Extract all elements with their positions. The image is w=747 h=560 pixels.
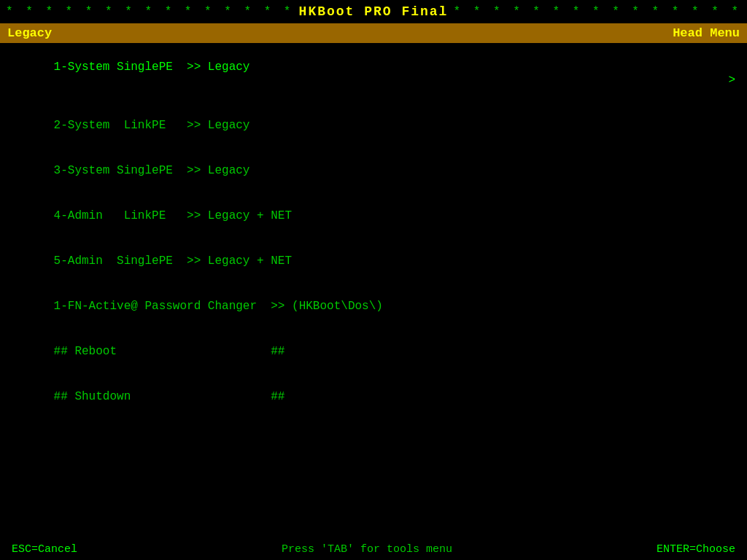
menu-item-shutdown[interactable]: ## Shutdown ##	[0, 374, 747, 419]
menu-item-shutdown-text: ## Shutdown ##	[54, 390, 285, 403]
menu-item-1-arrow: >	[728, 74, 735, 87]
menu-item-1[interactable]: 1-System SinglePE >> Legacy >	[0, 44, 747, 103]
stars-left: * * * * * * * * * * * * * * *	[6, 5, 293, 18]
menu-item-6-text: 1-FN-Active@ Password Changer >> (HKBoot…	[54, 300, 383, 313]
menu-item-3-text: 3-System SinglePE >> Legacy	[54, 164, 250, 177]
app-title: HKBoot PRO Final	[299, 4, 449, 19]
menu-item-6[interactable]: 1-FN-Active@ Password Changer >> (HKBoot…	[0, 284, 747, 329]
menu-item-reboot[interactable]: ## Reboot ##	[0, 329, 747, 374]
menu-item-4-text: 4-Admin LinkPE >> Legacy + NET	[54, 209, 292, 222]
menu-section: 1-System SinglePE >> Legacy > 2-System L…	[0, 43, 747, 421]
screen: * * * * * * * * * * * * * * * HKBoot PRO…	[0, 0, 747, 560]
stars-right: * * * * * * * * * * * * * * *	[454, 5, 741, 18]
menu-item-reboot-text: ## Reboot ##	[54, 345, 285, 358]
esc-cancel-label: ESC=Cancel	[12, 543, 77, 556]
menu-item-3[interactable]: 3-System SinglePE >> Legacy	[0, 148, 747, 193]
legacy-label: Legacy	[7, 26, 52, 40]
menu-item-2[interactable]: 2-System LinkPE >> Legacy	[0, 103, 747, 148]
menu-item-1-text: 1-System SinglePE >> Legacy	[54, 61, 250, 74]
press-tab-label: Press 'TAB' for tools menu	[282, 543, 452, 556]
menu-item-5-text: 5-Admin SinglePE >> Legacy + NET	[54, 254, 292, 268]
bottom-bar: ESC=Cancel Press 'TAB' for tools menu EN…	[0, 539, 747, 560]
legacy-bar: Legacy Head Menu	[0, 23, 747, 43]
menu-item-2-text: 2-System LinkPE >> Legacy	[54, 119, 250, 132]
head-menu-label: Head Menu	[673, 26, 740, 40]
menu-item-4[interactable]: 4-Admin LinkPE >> Legacy + NET	[0, 193, 747, 238]
menu-item-5[interactable]: 5-Admin SinglePE >> Legacy + NET	[0, 238, 747, 284]
top-stars-bar: * * * * * * * * * * * * * * * HKBoot PRO…	[0, 0, 747, 23]
enter-choose-label: ENTER=Choose	[657, 543, 735, 556]
